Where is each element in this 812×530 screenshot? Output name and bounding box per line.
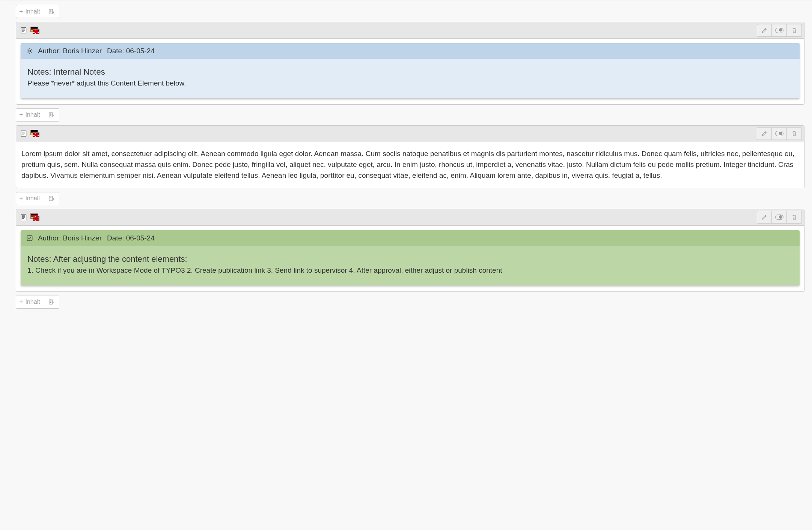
- paste-content-button[interactable]: [44, 5, 59, 18]
- content-element-header[interactable]: [16, 209, 804, 226]
- content-element: Author: Boris Hinzer Date: 06-05-24 Note…: [16, 209, 804, 292]
- svg-rect-4: [21, 131, 26, 137]
- note-header: Author: Boris Hinzer Date: 06-05-24: [21, 230, 800, 246]
- new-content-button[interactable]: + Inhalt: [16, 108, 44, 122]
- content-body-text: Lorem ipsum dolor sit amet, consectetuer…: [16, 142, 804, 188]
- note-title: Notes: Internal Notes: [27, 67, 793, 77]
- hide-toggle-button[interactable]: [772, 211, 787, 224]
- new-content-button[interactable]: + Inhalt: [16, 192, 44, 205]
- delete-button[interactable]: [787, 24, 802, 37]
- language-flags-icon: [30, 27, 39, 34]
- language-flags-icon: [30, 213, 39, 221]
- note-header: Author: Boris Hinzer Date: 06-05-24: [21, 43, 800, 59]
- add-content-row: + Inhalt: [16, 192, 804, 205]
- paste-content-button[interactable]: [44, 192, 59, 205]
- new-content-button[interactable]: + Inhalt: [16, 296, 44, 309]
- add-content-row: + Inhalt: [16, 296, 804, 309]
- new-content-label: Inhalt: [26, 299, 40, 305]
- hide-toggle-button[interactable]: [772, 127, 787, 140]
- note-text: 1. Check if you are in Workspace Mode of…: [27, 266, 793, 276]
- pencil-icon: [761, 27, 768, 34]
- edit-button[interactable]: [757, 24, 772, 37]
- language-flags-icon: [30, 130, 39, 137]
- note-date: Date: 06-05-24: [107, 234, 155, 242]
- svg-rect-8: [49, 300, 53, 304]
- paste-icon: [48, 299, 55, 305]
- edit-button[interactable]: [757, 211, 772, 224]
- text-content-icon: [20, 213, 27, 221]
- content-element: Lorem ipsum dolor sit amet, consectetuer…: [16, 125, 804, 188]
- pencil-icon: [761, 214, 768, 221]
- content-element-header[interactable]: [16, 22, 804, 39]
- paste-icon: [48, 111, 55, 118]
- delete-button[interactable]: [787, 211, 802, 224]
- delete-button[interactable]: [787, 127, 802, 140]
- new-content-button[interactable]: + Inhalt: [16, 5, 44, 18]
- paste-content-button[interactable]: [44, 108, 59, 122]
- plus-icon: +: [19, 195, 23, 202]
- new-content-label: Inhalt: [26, 195, 40, 202]
- pencil-icon: [761, 130, 768, 137]
- paste-content-button[interactable]: [44, 296, 59, 309]
- toggle-icon: [775, 28, 783, 33]
- new-content-label: Inhalt: [26, 111, 40, 118]
- svg-rect-0: [49, 9, 53, 14]
- note-text: Please *never* adjust this Content Eleme…: [27, 78, 793, 89]
- toggle-icon: [775, 131, 783, 136]
- svg-rect-5: [49, 196, 53, 201]
- content-element-header[interactable]: [16, 126, 804, 142]
- plus-icon: +: [19, 8, 23, 15]
- svg-rect-3: [49, 113, 53, 117]
- note-author: Author: Boris Hinzer: [38, 234, 102, 242]
- gear-icon: [26, 47, 33, 55]
- trash-icon: [791, 214, 798, 221]
- note-date: Date: 06-05-24: [107, 47, 155, 55]
- toggle-icon: [775, 215, 783, 220]
- trash-icon: [791, 130, 798, 137]
- plus-icon: +: [19, 111, 23, 118]
- new-content-label: Inhalt: [26, 8, 40, 15]
- edit-button[interactable]: [757, 127, 772, 140]
- text-content-icon: [20, 130, 27, 137]
- svg-rect-1: [21, 27, 26, 33]
- note-panel: Author: Boris Hinzer Date: 06-05-24 Note…: [21, 43, 800, 98]
- svg-rect-6: [21, 215, 26, 220]
- plus-icon: +: [19, 299, 23, 305]
- svg-point-2: [29, 50, 31, 52]
- note-title: Notes: After adjusting the content eleme…: [27, 254, 793, 264]
- paste-icon: [48, 195, 55, 202]
- note-panel: Author: Boris Hinzer Date: 06-05-24 Note…: [21, 230, 800, 285]
- note-author: Author: Boris Hinzer: [38, 47, 102, 55]
- hide-toggle-button[interactable]: [772, 24, 787, 37]
- svg-rect-7: [27, 236, 32, 240]
- trash-icon: [791, 27, 798, 34]
- content-element: Author: Boris Hinzer Date: 06-05-24 Note…: [16, 22, 804, 105]
- text-content-icon: [20, 27, 27, 34]
- paste-icon: [48, 8, 55, 15]
- add-content-row: + Inhalt: [16, 108, 804, 122]
- add-content-row: + Inhalt: [16, 5, 804, 18]
- checkbox-icon: [26, 234, 33, 242]
